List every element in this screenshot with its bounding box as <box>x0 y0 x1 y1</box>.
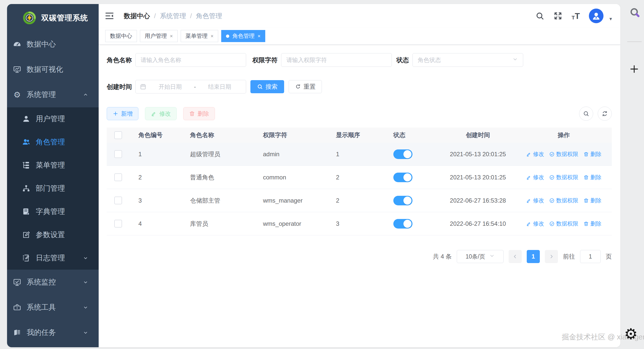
date-range-picker[interactable]: 开始日期 - 结束日期 <box>135 80 246 93</box>
current-page-button[interactable]: 1 <box>527 250 540 263</box>
row-actions: 修改 数据权限 删除 <box>516 197 612 204</box>
cell-perm-char: common <box>254 166 327 189</box>
panel-add-icon[interactable] <box>628 63 640 75</box>
breadcrumb-separator: / <box>154 12 156 20</box>
status-toggle[interactable] <box>393 219 412 229</box>
avatar[interactable] <box>589 9 603 23</box>
row-checkbox[interactable] <box>114 173 122 181</box>
tab-close-icon[interactable]: × <box>170 34 173 39</box>
sidebar-item-system-monitor[interactable]: 系统监控 <box>7 270 99 295</box>
fullscreen-icon[interactable] <box>553 11 562 20</box>
perm-char-label: 权限字符 <box>252 56 278 64</box>
edit-link[interactable]: 修改 <box>526 150 544 158</box>
settings-gear-icon[interactable]: ⚙ <box>624 327 638 342</box>
cell-perm-char: wms_operator <box>254 212 327 235</box>
browser-panel-search-icon[interactable] <box>629 7 641 19</box>
sidebar-item-user-management[interactable]: 用户管理 <box>7 107 99 131</box>
search-button[interactable]: 搜索 <box>250 80 284 93</box>
tab-close-icon[interactable]: × <box>257 34 260 39</box>
sidebar-item-label: 角色管理 <box>36 137 65 147</box>
sidebar-item-data-visualization[interactable]: 数据可视化 <box>7 57 99 82</box>
delete-link[interactable]: 删除 <box>583 150 601 158</box>
col-header-status: 状态 <box>387 128 440 143</box>
sidebar-collapse-icon[interactable] <box>105 11 114 21</box>
edit-link[interactable]: 修改 <box>526 220 544 228</box>
breadcrumb-item[interactable]: 数据中心 <box>124 12 150 20</box>
edit-square-icon <box>22 230 31 239</box>
refresh-table-button[interactable] <box>598 107 612 121</box>
data-permission-link[interactable]: 数据权限 <box>549 150 578 158</box>
sidebar-item-label: 数据可视化 <box>27 65 63 75</box>
tab-close-icon[interactable]: × <box>211 34 214 39</box>
status-toggle[interactable] <box>393 149 412 159</box>
delete-link[interactable]: 删除 <box>583 220 601 228</box>
header-search-icon[interactable] <box>535 11 544 20</box>
sidebar-item-role-management[interactable]: 角色管理 <box>7 131 99 154</box>
delete-button[interactable]: 删除 <box>183 107 215 120</box>
goto-page-input[interactable]: 1 <box>580 250 601 263</box>
cell-order: 1 <box>327 143 387 166</box>
cell-created: 2021-05-13 20:01:25 <box>440 166 516 189</box>
tab-role-management[interactable]: 角色管理 × <box>221 30 265 42</box>
chevron-down-icon <box>83 304 89 310</box>
sidebar-item-log-management[interactable]: 日志管理 <box>7 246 99 270</box>
dashboard-icon <box>13 40 22 49</box>
col-header-actions: 操作 <box>516 128 612 143</box>
delete-link[interactable]: 删除 <box>583 197 601 204</box>
sidebar-item-system-tools[interactable]: 系统工具 <box>7 295 99 320</box>
toggle-knob <box>403 197 411 205</box>
status-toggle[interactable] <box>393 173 412 182</box>
data-permission-link[interactable]: 数据权限 <box>549 174 578 181</box>
edit-link[interactable]: 修改 <box>526 174 544 181</box>
show-search-toggle-button[interactable] <box>579 107 593 121</box>
tab-data-center[interactable]: 数据中心 <box>105 30 137 42</box>
add-button[interactable]: 新增 <box>107 107 138 120</box>
data-permission-link[interactable]: 数据权限 <box>549 220 578 228</box>
table-header-row: 角色编号 角色名称 权限字符 显示顺序 状态 创建时间 操作 <box>107 128 612 143</box>
sidebar-item-department-management[interactable]: 部门管理 <box>7 177 99 200</box>
delete-link[interactable]: 删除 <box>583 174 601 181</box>
prev-page-button[interactable] <box>509 250 522 263</box>
status-placeholder: 角色状态 <box>418 56 441 64</box>
avatar-caret-icon[interactable]: ▼ <box>609 17 613 22</box>
reset-button[interactable]: 重置 <box>289 80 322 93</box>
page-size-select[interactable]: 10条/页 <box>457 250 504 263</box>
select-all-checkbox[interactable] <box>114 131 122 139</box>
data-permission-link[interactable]: 数据权限 <box>549 197 578 204</box>
edit-link[interactable]: 修改 <box>526 197 544 204</box>
logo-row[interactable]: 双碳管理系统 <box>7 4 99 32</box>
tab-menu-management[interactable]: 菜单管理 × <box>181 30 218 42</box>
breadcrumb-item[interactable]: 系统管理 <box>160 12 186 20</box>
status-select[interactable]: 角色状态 <box>412 53 523 67</box>
sidebar-item-data-center[interactable]: 数据中心 <box>7 32 99 57</box>
row-checkbox[interactable] <box>114 150 122 158</box>
modify-button[interactable]: 修改 <box>145 107 177 120</box>
font-size-icon[interactable]: TT <box>572 12 580 20</box>
page-content: 角色名称 请输入角色名称 权限字符 请输入权限字符 状态 角色状态 创 <box>99 45 620 347</box>
row-actions: 修改 数据权限 删除 <box>516 150 612 158</box>
cell-order: 2 <box>327 189 387 212</box>
sidebar-item-parameter-settings[interactable]: 参数设置 <box>7 223 99 246</box>
cell-perm-char: wms_manager <box>254 189 327 212</box>
system-management-submenu: 用户管理 角色管理 菜单管理 <box>7 107 99 270</box>
next-page-button[interactable] <box>545 250 558 263</box>
reset-button-label: 重置 <box>304 83 316 91</box>
sidebar-item-label: 系统工具 <box>27 302 56 312</box>
role-name-input[interactable]: 请输入角色名称 <box>135 53 246 67</box>
row-checkbox[interactable] <box>114 220 122 228</box>
sidebar-item-menu-management[interactable]: 菜单管理 <box>7 154 99 177</box>
sidebar-item-system-management[interactable]: ⚙ 系统管理 <box>7 82 99 107</box>
data-permission-link-label: 数据权限 <box>556 174 578 181</box>
cell-created: 2022-06-27 16:54:10 <box>440 212 516 235</box>
sidebar-item-dictionary-management[interactable]: 字典管理 <box>7 200 99 223</box>
users-icon <box>22 138 31 147</box>
toggle-knob <box>403 173 411 181</box>
table-row: 1 超级管理员 admin 1 2021-05-13 20:01:25 修改 数… <box>107 143 612 166</box>
status-toggle[interactable] <box>393 196 412 205</box>
row-checkbox[interactable] <box>114 197 122 204</box>
tab-user-management[interactable]: 用户管理 × <box>140 30 178 42</box>
sidebar-item-my-tasks[interactable]: 我的任务 <box>7 320 99 345</box>
chevron-up-icon <box>83 92 89 98</box>
perm-char-input[interactable]: 请输入权限字符 <box>281 53 392 67</box>
table-tools <box>579 107 612 121</box>
